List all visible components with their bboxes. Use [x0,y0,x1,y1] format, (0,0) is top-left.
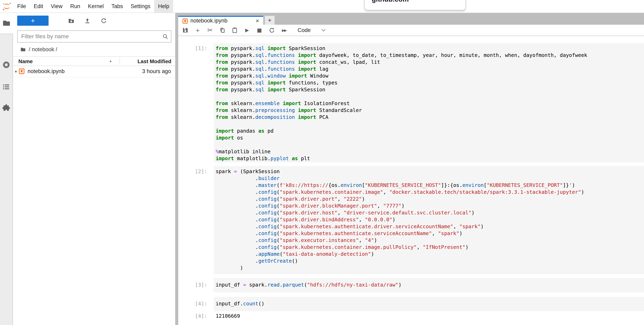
file-row-notebook[interactable]: notebook.ipynb 3 hours ago [13,66,175,77]
stop-circle-icon [2,61,10,69]
sidebar-splitter[interactable] [175,13,178,325]
jupyterlab-window: File Edit View Run Kernel Tabs Settings … [0,0,644,325]
column-header-modified[interactable]: Last Modified [138,58,171,65]
output-value: 12106669 [216,313,240,319]
list-icon [2,83,10,91]
menu-tabs[interactable]: Tabs [108,0,127,13]
search-icon [162,33,168,41]
breadcrumb-path[interactable]: / notebook / [29,46,57,53]
file-listing-header: Name ▲ Last Modified [13,56,175,66]
file-modified: 3 hours ago [142,68,171,75]
input-prompt: [3]: [178,281,207,288]
file-browser: + [13,13,175,325]
new-folder-button[interactable] [67,17,76,25]
new-launcher-button[interactable]: + [17,16,48,26]
activity-bar-background [0,34,13,325]
upload-icon [84,17,91,24]
new-folder-icon [68,17,74,24]
menu-edit[interactable]: Edit [30,0,47,13]
menu-kernel[interactable]: Kernel [84,0,108,13]
menu-help[interactable]: Help [154,0,173,13]
main-dock-panel: notebook.ipynb × + + ✂ [178,0,644,325]
filter-files-input[interactable] [17,30,171,43]
code-cell-editor[interactable]: from pyspark.sql import SparkSessionfrom… [214,43,644,162]
input-prompt: [4]: [178,300,207,307]
input-prompt: [1]: [178,45,207,52]
output-prompt: [4]: [178,313,207,319]
column-header-name[interactable]: Name [18,58,33,65]
jupyter-logo [0,0,13,13]
file-name: notebook.ipynb [28,68,64,75]
home-folder-icon [20,47,26,52]
folder-icon [2,19,11,28]
sidebar-tab-extensions[interactable] [0,104,12,112]
column-divider [120,58,120,65]
menu-run[interactable]: Run [66,0,84,13]
input-prompt: [2]: [178,168,207,175]
code-cell-editor[interactable]: input_df = spark.read.parquet("hdfs://hd… [214,278,644,292]
refresh-icon [100,17,107,24]
activity-bar [0,13,13,325]
menubar: File Edit View Run Kernel Tabs Settings … [0,0,644,13]
code-cell-editor[interactable]: spark = (SparkSession .builder .master(f… [214,166,644,274]
breadcrumb[interactable]: / notebook / [20,45,57,54]
sort-ascending-icon[interactable]: ▲ [109,59,112,63]
notebook-content: [4]: 12106669 [1]:from pyspark.sql impor… [178,0,644,325]
code-cell-editor[interactable]: input_df.count() [214,297,644,311]
notebook-file-icon [18,68,25,75]
menu-file[interactable]: File [13,0,30,13]
kernel-running-dot [15,71,17,73]
upload-button[interactable] [83,17,92,25]
menu-view[interactable]: View [47,0,66,13]
browser-permission-popup: github.com [364,0,466,10]
sidebar-tab-running-kernels[interactable] [0,61,12,69]
menu-settings[interactable]: Settings [127,0,154,13]
popup-domain: github.com [372,0,409,3]
refresh-files-button[interactable] [99,17,108,25]
sidebar-tab-table-of-contents[interactable] [0,83,12,91]
sidebar-tab-files[interactable] [0,13,13,34]
puzzle-icon [2,104,10,112]
